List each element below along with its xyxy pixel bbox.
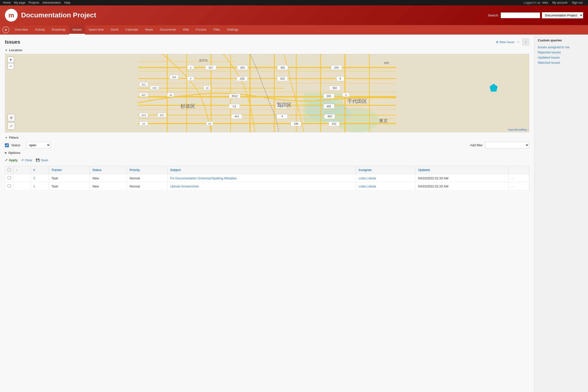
nav-news[interactable]: News	[142, 25, 156, 34]
add-nav-button[interactable]: +	[2, 26, 9, 33]
th-subject[interactable]: Subject	[168, 166, 356, 174]
row2-updated: 04/23/2022 01:20 AM	[418, 184, 448, 188]
th-updated-label: Updated	[418, 168, 430, 172]
th-sort[interactable]: ↕	[14, 166, 31, 174]
svg-text:C2: C2	[233, 105, 236, 108]
svg-text:317: 317	[208, 66, 213, 69]
svg-text:4: 4	[282, 115, 283, 118]
nav-settings[interactable]: Settings	[224, 25, 242, 34]
filters-collapse-arrow: ▼	[5, 136, 8, 139]
row1-checkbox-cell	[5, 174, 14, 182]
apply-label: Apply	[9, 158, 18, 162]
nav-roadmap[interactable]: Roadmap	[48, 25, 69, 34]
map-recenter-button[interactable]: ⊙	[8, 114, 15, 121]
nav-issues[interactable]: Issues	[69, 25, 85, 34]
filters-section: ▼ Filters Status open closed any Add fil…	[5, 136, 529, 148]
row1-id-link[interactable]: 2	[33, 176, 35, 180]
my-account-link[interactable]: My account	[552, 1, 568, 4]
filters-header[interactable]: ▼ Filters	[5, 136, 529, 140]
search-input[interactable]	[501, 12, 540, 18]
svg-text:4: 4	[190, 66, 191, 69]
more-options-button[interactable]: ···	[517, 40, 520, 44]
options-header[interactable]: ▶ Options	[5, 151, 529, 154]
nav-home[interactable]: Home	[3, 1, 11, 4]
location-header[interactable]: ▼ Location	[5, 48, 529, 52]
svg-text:14: 14	[169, 94, 172, 96]
expand-panel-button[interactable]: ›	[522, 38, 529, 45]
th-select-all[interactable]	[5, 166, 14, 174]
row2-id-link[interactable]: 1	[33, 184, 35, 188]
sidebar-link-assigned[interactable]: Issues assigned to me	[538, 44, 584, 50]
svg-text:311: 311	[142, 83, 146, 86]
status-checkbox[interactable]	[5, 143, 9, 147]
status-filter-label: Status	[11, 143, 24, 147]
status-filter-select[interactable]: open closed any	[26, 142, 50, 148]
row1-sort-cell	[14, 174, 31, 182]
row2-more-button[interactable]: ···	[511, 184, 514, 188]
sort-arrow-icon: ↕	[16, 168, 18, 172]
clear-button[interactable]: ↺ Clear	[21, 158, 32, 162]
row2-priority: Normal	[130, 184, 140, 188]
row2-assignee-link[interactable]: Lotta Lobsta	[358, 184, 376, 188]
project-select[interactable]: Documentation Project	[542, 12, 583, 18]
username-link[interactable]: lotta	[542, 1, 548, 4]
th-assignee[interactable]: Assignee	[356, 166, 416, 174]
map-container[interactable]: 317 433 305 433 319 254 8 302 35	[5, 54, 529, 132]
nav-wiki[interactable]: Wiki	[179, 25, 192, 34]
row2-subject-link[interactable]: Upload Screenshots	[170, 184, 199, 188]
nav-activity[interactable]: Activity	[31, 25, 48, 34]
svg-text:246: 246	[294, 122, 298, 125]
table-header: ↕ # Tracker Status Priority Su	[5, 166, 529, 174]
row1-status: New	[92, 176, 99, 180]
zoom-out-button[interactable]: −	[8, 63, 14, 69]
svg-text:427: 427	[142, 94, 146, 96]
content-wrapper: Issues ⊕ New issue ··· › ▼ Location	[0, 34, 588, 392]
add-filter-select[interactable]	[485, 142, 529, 148]
nav-files[interactable]: Files	[210, 25, 224, 34]
nav-forums[interactable]: Forums	[192, 25, 210, 34]
th-subject-label: Subject	[170, 168, 180, 172]
th-id-label: #	[33, 168, 35, 172]
row1-checkbox[interactable]	[8, 176, 11, 179]
th-tracker-label: Tracker	[52, 168, 62, 172]
row1-updated-cell: 04/23/2022 01:20 AM	[416, 174, 508, 182]
sidebar-link-updated[interactable]: Updated issues	[538, 55, 584, 60]
nav-calendar[interactable]: Calendar	[122, 25, 142, 34]
sidebar: Custom queries Issues assigned to me Rep…	[534, 34, 588, 392]
row1-tracker: Task	[52, 176, 58, 180]
row1-subject-link[interactable]: Fix Documentation Grammar/Spelling Mista…	[170, 176, 237, 180]
svg-text:神田: 神田	[384, 62, 389, 64]
th-id[interactable]: #	[30, 166, 49, 174]
nav-spent-time[interactable]: Spent time	[85, 25, 107, 34]
th-status[interactable]: Status	[90, 166, 127, 174]
row1-priority-cell: Normal	[127, 174, 168, 182]
nav-mypage[interactable]: My page	[14, 1, 25, 4]
th-updated[interactable]: Updated	[416, 166, 508, 174]
row2-checkbox[interactable]	[8, 184, 11, 188]
zoom-in-button[interactable]: +	[8, 56, 14, 63]
new-issue-button[interactable]: ⊕ New issue	[496, 40, 514, 44]
sidebar-link-reported[interactable]: Reported issues	[538, 50, 584, 55]
nav-administration[interactable]: Administration	[42, 1, 61, 4]
apply-button[interactable]: ✓ Apply	[5, 158, 18, 162]
clear-label: Clear	[25, 158, 32, 162]
nav-documents[interactable]: Documents	[156, 25, 180, 34]
th-tracker[interactable]: Tracker	[49, 166, 90, 174]
topbar-right: Logged in as lotta My account Sign out	[524, 1, 585, 4]
sign-out-link[interactable]: Sign out	[572, 1, 582, 4]
row1-more-button[interactable]: ···	[511, 176, 514, 180]
map-fullscreen-button[interactable]: ⤢	[8, 122, 15, 130]
sidebar-link-watched[interactable]: Watched issues	[538, 60, 584, 65]
svg-text:427: 427	[160, 114, 164, 116]
svg-text:杉並区: 杉並区	[180, 104, 195, 109]
map-attribution[interactable]: OpenStreetMap	[508, 128, 527, 131]
nav-overview[interactable]: Overview	[11, 25, 31, 34]
select-all-checkbox[interactable]	[8, 168, 11, 171]
nav-help[interactable]: Help	[64, 1, 70, 4]
th-priority[interactable]: Priority	[127, 166, 168, 174]
save-button[interactable]: 💾 Save	[36, 158, 48, 162]
nav-gantt[interactable]: Gantt	[107, 25, 122, 34]
row1-assignee-link[interactable]: Lotta Lobsta	[358, 176, 376, 180]
nav-projects[interactable]: Projects	[29, 1, 39, 4]
svg-text:東京: 東京	[379, 118, 388, 123]
